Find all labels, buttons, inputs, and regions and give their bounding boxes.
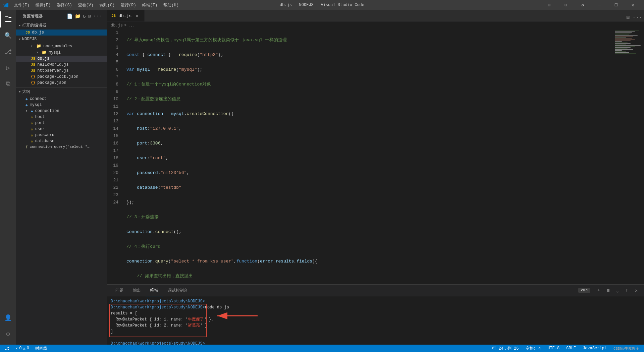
more-actions-icon[interactable]: ··· — [93, 13, 103, 19]
collapse-all-icon[interactable]: ⊟ — [88, 13, 91, 19]
outline-port[interactable]: ◇ port — [16, 120, 107, 126]
activity-explorer[interactable] — [0, 11, 16, 27]
menu-file[interactable]: 文件(F) — [11, 2, 32, 9]
more-icon[interactable]: ··· — [633, 13, 641, 21]
vscode-logo-icon — [3, 2, 9, 8]
status-bar-right: 行 24，列 26 空格: 4 UTF-8 CRLF JavaScript CS… — [491, 346, 641, 351]
dbjs-label: db.js — [37, 56, 49, 61]
menu-select[interactable]: 选择(S) — [54, 2, 75, 9]
open-editors-header[interactable]: ▾ 打开的编辑器 — [16, 21, 107, 30]
terminal-actions: cmd + ⊞ ⌄ ⬆ ✕ — [578, 287, 640, 294]
language-status[interactable]: JavaScript — [581, 346, 608, 351]
new-terminal-icon[interactable]: + — [595, 287, 602, 294]
menu-bar[interactable]: 文件(F) 编辑(E) 选择(S) 查看(V) 转到(G) 运行(R) 终端(T… — [11, 2, 181, 9]
close-panel-icon[interactable]: ✕ — [633, 287, 640, 294]
tab-dbjs-label: db.js — [118, 13, 131, 18]
split-terminal-icon[interactable]: ⊞ — [604, 287, 612, 294]
code-line-9: user:"root", — [126, 155, 614, 162]
activity-extensions[interactable]: ⧉ — [0, 76, 16, 92]
split-editor-icon[interactable]: ⊞ — [624, 13, 632, 21]
outline-mysql[interactable]: ◆ mysql — [16, 102, 107, 108]
open-editor-filename: db.js — [32, 30, 44, 35]
close-button[interactable]: ✕ — [625, 0, 641, 10]
menu-terminal[interactable]: 终端(T) — [140, 2, 160, 9]
timeline-status[interactable]: 时间线 — [34, 346, 49, 351]
activity-bottom: 👤 ⚙ — [0, 310, 16, 345]
outline-user[interactable]: ◇ user — [16, 126, 107, 132]
terminal-cmd-label[interactable]: cmd — [578, 288, 590, 293]
name1-text: 牛魔瘦了 — [188, 317, 204, 322]
mysql-folder[interactable]: › 📁 mysql — [16, 49, 107, 56]
pkg-json-label: package.json — [37, 80, 66, 85]
new-file-icon[interactable]: 📄 — [67, 13, 73, 19]
layout-icon[interactable]: ⊞ — [541, 0, 557, 10]
mysql-folder-label: mysql — [49, 50, 61, 55]
editor-with-minimap: 12345 678910 1112131415 1617181920 21222… — [107, 29, 644, 284]
code-lines[interactable]: // 导入mysql依赖包，mysql属于第三方的模块就类似于 java.sql… — [125, 29, 614, 284]
outline-connect[interactable]: ◆ connect — [16, 96, 107, 102]
refresh-icon[interactable]: ↻ — [83, 13, 86, 19]
helloworld-js-file[interactable]: JS helloworld.js — [16, 62, 107, 68]
httpserver-js-file[interactable]: JS httpserver.js — [16, 68, 107, 74]
tab-close-button[interactable]: ✕ — [134, 13, 140, 18]
maximize-button[interactable]: □ — [608, 0, 624, 10]
nodejs-folder-label: NODEJS — [22, 37, 37, 42]
new-folder-icon[interactable]: 📁 — [75, 13, 81, 19]
tab-dbjs[interactable]: JS db.js ✕ — [107, 10, 145, 21]
breadcrumb-file[interactable]: db.js — [111, 23, 123, 28]
terminal-line-4: RowDataPacket { id: 1, name: '牛魔瘦了' }, — [111, 316, 640, 322]
minimize-button[interactable]: ─ — [592, 0, 607, 10]
outline-mysql-label: mysql — [30, 103, 42, 107]
db-js-file[interactable]: JS db.js — [16, 56, 107, 62]
package-json-file[interactable]: {} package.json — [16, 80, 107, 86]
activity-debug[interactable]: ▷ — [0, 60, 16, 76]
outline-host[interactable]: ◇ host — [16, 114, 107, 120]
outline-database-label: database — [35, 139, 55, 143]
menu-goto[interactable]: 转到(G) — [97, 2, 117, 9]
activity-source-control[interactable]: ⎇ — [0, 44, 16, 60]
outline-header[interactable]: ▾ 大纲 — [16, 87, 107, 96]
package-lock-json-file[interactable]: {} package-lock.json — [16, 74, 107, 80]
activity-account[interactable]: 👤 — [0, 310, 16, 326]
sidebar-header: 资源管理器 📄 📁 ↻ ⊟ ··· — [16, 10, 107, 21]
tab-output[interactable]: 输出 — [128, 285, 146, 296]
encoding-status[interactable]: UTF-8 — [546, 346, 561, 351]
nodejs-folder-header[interactable]: ▾ NODEJS — [16, 36, 107, 43]
menu-view[interactable]: 查看(V) — [75, 2, 96, 9]
prop4-icon: ◇ — [31, 133, 33, 137]
terminal-content[interactable]: D:\chaochao\work\projects\study\NODEJS> … — [107, 296, 644, 345]
activity-search[interactable]: 🔍 — [0, 27, 16, 44]
tab-js-icon: JS — [111, 14, 116, 18]
maximize-panel-icon[interactable]: ⬆ — [623, 287, 631, 294]
outline-section: ▾ 大纲 ◆ connect ◆ mysql ▾ ◆ connection ◇ … — [16, 87, 107, 150]
sidebar-actions[interactable]: 📄 📁 ↻ ⊟ ··· — [67, 13, 103, 19]
outline-connection[interactable]: ▾ ◆ connection — [16, 108, 107, 114]
line-ending-status[interactable]: CRLF — [565, 346, 577, 351]
spaces-status[interactable]: 空格: 4 — [524, 346, 542, 351]
terminal-more-icon[interactable]: ⌄ — [614, 287, 621, 294]
outline-database[interactable]: ◇ database — [16, 138, 107, 144]
menu-run[interactable]: 运行(R) — [118, 2, 139, 9]
tab-problems[interactable]: 问题 — [111, 285, 128, 296]
outline-password[interactable]: ◇ password — [16, 132, 107, 138]
menu-help[interactable]: 帮助(H) — [161, 2, 181, 9]
tab-terminal[interactable]: 终端 — [146, 285, 163, 296]
source-control-status[interactable]: ⎇ — [3, 346, 11, 351]
outline-query-label: connection.query("select * from kss_user… — [30, 145, 90, 149]
menu-edit[interactable]: 编辑(E) — [33, 2, 54, 9]
node-modules-folder[interactable]: › 📁 node_modules — [16, 43, 107, 49]
open-editor-item[interactable]: JS db.js — [16, 30, 107, 36]
settings-icon[interactable]: ⚙ — [575, 0, 590, 10]
terminal-line-2: D:\chaochao\work\projects\study\NODEJS>n… — [111, 304, 640, 310]
breadcrumb-item[interactable]: ... — [128, 23, 135, 28]
position-status[interactable]: 行 24，列 26 — [491, 346, 520, 351]
layout2-icon[interactable]: ⊟ — [558, 0, 574, 10]
tab-debug-console[interactable]: 调试控制台 — [163, 285, 193, 296]
activity-settings[interactable]: ⚙ — [0, 326, 16, 342]
source-control-icon: ⎇ — [5, 346, 9, 351]
problems-label: 问题 — [115, 288, 123, 293]
code-editor[interactable]: 12345 678910 1112131415 1617181920 21222… — [107, 29, 614, 284]
code-line-15: // 4：执行curd — [126, 243, 614, 250]
errors-status[interactable]: ✕ 0 ⚠ 0 — [14, 346, 31, 351]
outline-query[interactable]: ƒ connection.query("select * from kss_us… — [16, 144, 107, 150]
